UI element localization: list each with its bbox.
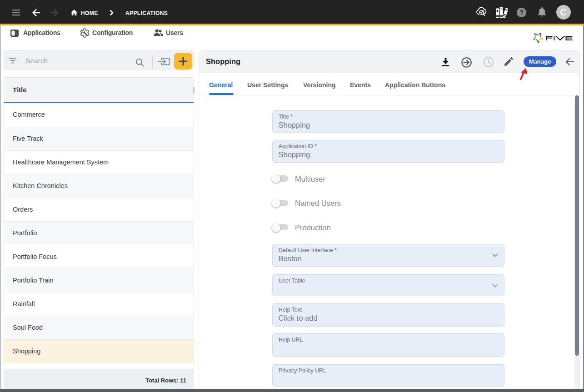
svg-text:?: ? [519, 9, 524, 16]
